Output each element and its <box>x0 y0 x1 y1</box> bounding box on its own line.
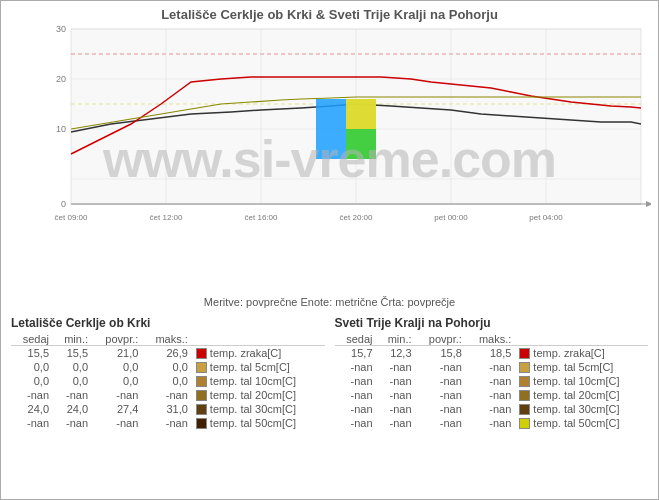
col-header-sedaj2: sedaj <box>335 333 377 346</box>
povpr-cell: 15,8 <box>416 346 466 361</box>
povpr-cell: 27,4 <box>92 402 142 416</box>
min-cell: -nan <box>377 388 416 402</box>
maks-cell: 0,0 <box>142 360 192 374</box>
povpr-cell: -nan <box>416 374 466 388</box>
chart-title: Letališče Cerklje ob Krki & Sveti Trije … <box>1 1 658 24</box>
maks-cell: -nan <box>466 402 516 416</box>
station1-wrap: Letališče Cerklje ob Krki sedaj min.: po… <box>11 316 325 430</box>
povpr-cell: 0,0 <box>92 360 142 374</box>
measure-label: temp. zraka[C] <box>533 347 605 359</box>
min-cell: -nan <box>377 402 416 416</box>
color-box <box>519 404 530 415</box>
povpr-cell: -nan <box>92 388 142 402</box>
min-cell: -nan <box>377 374 416 388</box>
table-row: -nan -nan -nan -nan temp. tal 5cm[C] <box>335 360 649 374</box>
sedaj-cell: -nan <box>11 416 53 430</box>
min-cell: 0,0 <box>53 360 92 374</box>
col-header-maks2: maks.: <box>466 333 516 346</box>
sedaj-cell: -nan <box>335 388 377 402</box>
povpr-cell: -nan <box>416 388 466 402</box>
maks-cell: 26,9 <box>142 346 192 361</box>
table-row: -nan -nan -nan -nan temp. tal 20cm[C] <box>11 388 325 402</box>
sedaj-cell: 0,0 <box>11 374 53 388</box>
min-cell: 15,5 <box>53 346 92 361</box>
min-cell: 24,0 <box>53 402 92 416</box>
sedaj-cell: -nan <box>335 374 377 388</box>
svg-text:30: 30 <box>56 24 66 34</box>
table-row: 0,0 0,0 0,0 0,0 temp. tal 10cm[C] <box>11 374 325 388</box>
station1-title: Letališče Cerklje ob Krki <box>11 316 325 330</box>
measure-label: temp. tal 50cm[C] <box>210 417 296 429</box>
title-amp: & <box>312 7 329 22</box>
sedaj-cell: 15,5 <box>11 346 53 361</box>
col-header-min2: min.: <box>377 333 416 346</box>
table-row: 15,5 15,5 21,0 26,9 temp. zraka[C] <box>11 346 325 361</box>
sedaj-cell: -nan <box>335 402 377 416</box>
sedaj-cell: 0,0 <box>11 360 53 374</box>
chart-svg: 0 10 20 30 čet 09:00 čet 12:00 čet 16:00… <box>31 24 651 234</box>
measure-label: temp. zraka[C] <box>210 347 282 359</box>
table-row: 24,0 24,0 27,4 31,0 temp. tal 30cm[C] <box>11 402 325 416</box>
label-cell: temp. zraka[C] <box>192 346 325 361</box>
povpr-cell: -nan <box>416 416 466 430</box>
color-box <box>519 376 530 387</box>
label-cell: temp. tal 10cm[C] <box>192 374 325 388</box>
table-row: -nan -nan -nan -nan temp. tal 10cm[C] <box>335 374 649 388</box>
measure-label: temp. tal 10cm[C] <box>533 375 619 387</box>
min-cell: 0,0 <box>53 374 92 388</box>
label-cell: temp. tal 50cm[C] <box>192 416 325 430</box>
color-box <box>196 362 207 373</box>
maks-cell: 31,0 <box>142 402 192 416</box>
table-row: -nan -nan -nan -nan temp. tal 20cm[C] <box>335 388 649 402</box>
color-box <box>519 418 530 429</box>
col-header-maks1: maks.: <box>142 333 192 346</box>
sedaj-cell: -nan <box>11 388 53 402</box>
label-cell: temp. tal 50cm[C] <box>515 416 648 430</box>
label-cell: temp. zraka[C] <box>515 346 648 361</box>
color-box <box>196 348 207 359</box>
maks-cell: -nan <box>466 416 516 430</box>
title-part2: Sveti Trije Kralji na Pohorju <box>329 7 498 22</box>
label-cell: temp. tal 5cm[C] <box>192 360 325 374</box>
color-box <box>196 418 207 429</box>
sedaj-cell: -nan <box>335 360 377 374</box>
col-header-min1: min.: <box>53 333 92 346</box>
svg-text:čet 12:00: čet 12:00 <box>150 213 183 222</box>
measure-label: temp. tal 50cm[C] <box>533 417 619 429</box>
table-row: -nan -nan -nan -nan temp. tal 50cm[C] <box>11 416 325 430</box>
measure-label: temp. tal 5cm[C] <box>533 361 613 373</box>
color-box <box>196 390 207 401</box>
col-header-povpr1: povpr.: <box>92 333 142 346</box>
color-box <box>519 390 530 401</box>
povpr-cell: 21,0 <box>92 346 142 361</box>
label-cell: temp. tal 5cm[C] <box>515 360 648 374</box>
min-cell: -nan <box>377 360 416 374</box>
data-section: Letališče Cerklje ob Krki sedaj min.: po… <box>1 312 658 430</box>
label-cell: temp. tal 20cm[C] <box>515 388 648 402</box>
svg-text:čet 16:00: čet 16:00 <box>245 213 278 222</box>
svg-text:čet 20:00: čet 20:00 <box>340 213 373 222</box>
main-container: Letališče Cerklje ob Krki & Sveti Trije … <box>0 0 659 500</box>
svg-text:20: 20 <box>56 74 66 84</box>
table-row: 0,0 0,0 0,0 0,0 temp. tal 5cm[C] <box>11 360 325 374</box>
povpr-cell: -nan <box>416 402 466 416</box>
maks-cell: -nan <box>142 388 192 402</box>
maks-cell: -nan <box>466 388 516 402</box>
station2-wrap: Sveti Trije Kralji na Pohorju sedaj min.… <box>335 316 649 430</box>
maks-cell: -nan <box>142 416 192 430</box>
min-cell: -nan <box>377 416 416 430</box>
min-cell: 12,3 <box>377 346 416 361</box>
svg-text:čet 09:00: čet 09:00 <box>55 213 88 222</box>
meritve-text: Meritve: povprečne Enote: metrične Črta:… <box>1 294 658 312</box>
measure-label: temp. tal 30cm[C] <box>210 403 296 415</box>
sedaj-cell: 24,0 <box>11 402 53 416</box>
station2-title: Sveti Trije Kralji na Pohorju <box>335 316 649 330</box>
station1-table: sedaj min.: povpr.: maks.: 15,5 15,5 21,… <box>11 333 325 430</box>
svg-marker-24 <box>646 201 651 207</box>
chart-area: www.si-vreme.com 0 10 20 30 čet <box>1 24 658 294</box>
col-header-sedaj1: sedaj <box>11 333 53 346</box>
color-box <box>196 376 207 387</box>
maks-cell: -nan <box>466 374 516 388</box>
color-box <box>519 362 530 373</box>
povpr-cell: -nan <box>416 360 466 374</box>
